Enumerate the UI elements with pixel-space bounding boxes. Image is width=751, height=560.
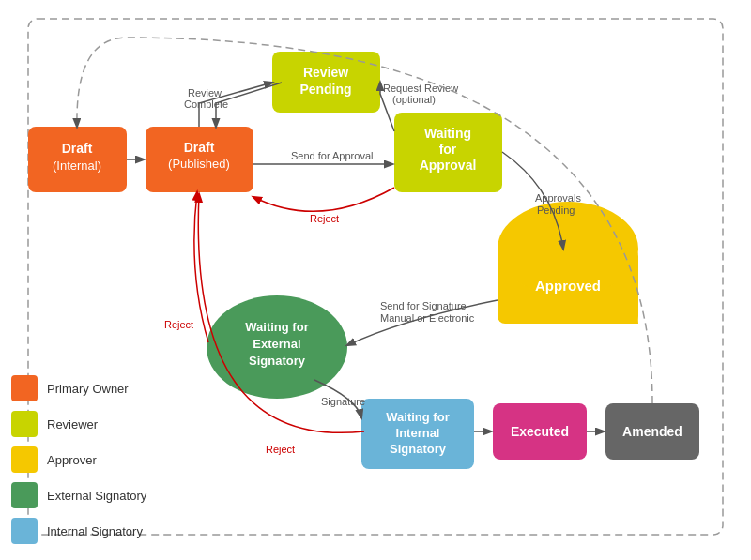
- legend-color-reviewer: [11, 411, 38, 437]
- svg-text:Complete: Complete: [184, 98, 228, 110]
- legend-label-external-signatory: External Signatory: [47, 489, 146, 503]
- svg-text:Approval: Approval: [420, 158, 477, 173]
- svg-text:Pending: Pending: [537, 204, 575, 216]
- label-send-approval: Send for Approval: [291, 150, 373, 161]
- svg-text:Pending: Pending: [299, 82, 351, 97]
- legend: Primary Owner Reviewer Approver External…: [11, 375, 146, 544]
- svg-text:Reject: Reject: [266, 444, 295, 455]
- legend-item-primary-owner: Primary Owner: [11, 375, 146, 401]
- svg-text:Executed: Executed: [511, 424, 569, 439]
- legend-item-external-signatory: External Signatory: [11, 482, 146, 508]
- diagram-container: Draft (Internal) Draft (Published) Revie…: [0, 0, 751, 560]
- svg-text:(Internal): (Internal): [53, 159, 101, 173]
- label-review-complete: Review: [188, 87, 222, 98]
- arrow-reject-external: [194, 192, 208, 342]
- svg-text:Waiting: Waiting: [424, 126, 471, 141]
- svg-text:Approvals: Approvals: [535, 192, 581, 204]
- legend-label-reviewer: Reviewer: [47, 417, 98, 431]
- svg-text:Request Review: Request Review: [383, 83, 458, 94]
- legend-color-external-signatory: [11, 482, 38, 508]
- svg-text:External: External: [253, 337, 300, 351]
- svg-text:Manual or Electronic: Manual or Electronic: [380, 312, 475, 324]
- svg-text:Approved: Approved: [535, 278, 601, 294]
- svg-text:Waiting for: Waiting for: [245, 320, 308, 334]
- legend-color-approver: [11, 446, 38, 473]
- legend-color-internal-signatory: [11, 518, 38, 544]
- svg-text:Signature: Signature: [321, 396, 365, 407]
- legend-item-internal-signatory: Internal Signatory: [11, 518, 146, 544]
- legend-item-approver: Approver: [11, 446, 146, 473]
- svg-text:Review: Review: [303, 65, 348, 80]
- svg-text:Draft: Draft: [184, 140, 215, 155]
- svg-text:(Published): (Published): [168, 157, 230, 171]
- legend-label-approver: Approver: [47, 453, 97, 467]
- legend-label-primary-owner: Primary Owner: [47, 382, 129, 396]
- legend-color-primary-owner: [11, 375, 38, 401]
- legend-item-reviewer: Reviewer: [11, 411, 146, 437]
- svg-text:for: for: [439, 142, 457, 157]
- svg-text:(optional): (optional): [392, 94, 436, 105]
- arrow-reject-approval: [253, 188, 394, 211]
- svg-text:Signatory: Signatory: [249, 354, 306, 368]
- svg-text:Amended: Amended: [622, 424, 682, 439]
- svg-text:Internal: Internal: [396, 426, 440, 440]
- legend-label-internal-signatory: Internal Signatory: [47, 524, 143, 538]
- svg-text:Reject: Reject: [164, 319, 193, 330]
- svg-text:Waiting for: Waiting for: [386, 410, 449, 424]
- svg-text:Send for Signature: Send for Signature: [380, 300, 467, 311]
- svg-text:Signatory: Signatory: [390, 442, 447, 456]
- svg-text:Draft: Draft: [62, 141, 93, 156]
- svg-text:Reject: Reject: [310, 213, 339, 224]
